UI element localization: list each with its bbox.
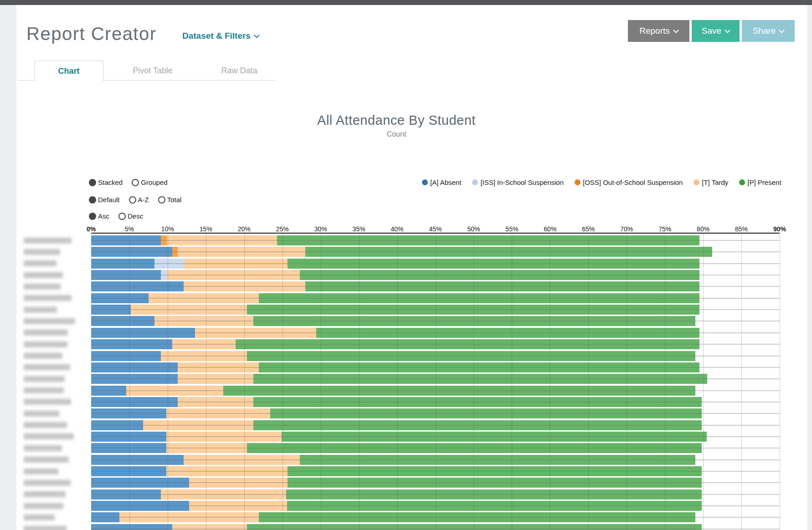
legend-label: [T] Tardy [702,178,728,186]
content-card [16,5,807,530]
page-title: Report Creator [26,24,157,44]
radio-unselected-icon[interactable] [132,179,139,186]
legend-item: [ISS] In-School Suspension [472,178,564,186]
radio-selected-icon[interactable] [89,196,96,204]
browser-top-strip [0,0,812,5]
radio-option-stacked[interactable]: Stacked [89,178,123,186]
radio-option-asc[interactable]: Asc [89,212,109,220]
radio-option-label: Asc [98,212,109,220]
radio-option-label: A-Z [138,196,149,204]
dataset-filters-dropdown[interactable]: Dataset & Filters [182,31,259,41]
share-button-label: Share [753,26,776,36]
legend-item: [OSS] Out-of-School Suspension [575,178,683,186]
legend-label: [P] Present [747,178,781,186]
tab-raw-data[interactable]: Raw Data [207,61,271,81]
chevron-down-icon [725,27,730,33]
radio-option-total[interactable]: Total [158,196,182,204]
radio-selected-icon[interactable] [89,179,96,186]
radio-option-label: Default [98,196,120,204]
save-button-label: Save [702,26,721,36]
radio-unselected-icon[interactable] [158,196,165,204]
radio-group-layout: StackedGrouped [89,178,174,186]
chevron-down-icon [673,27,679,33]
legend-label: [A] Absent [430,178,461,186]
save-button[interactable]: Save [692,20,740,42]
reports-button-label: Reports [639,26,670,36]
dataset-filters-label: Dataset & Filters [182,31,251,41]
legend-label: [OSS] Out-of-School Suspension [583,178,683,186]
radio-option-label: Grouped [141,178,167,186]
legend-dot-icon [575,179,581,185]
radio-option-label: Desc [128,212,143,220]
radio-option-label: Stacked [98,178,123,186]
radio-group-sort-mode: DefaultA-ZTotal [89,196,188,204]
legend-item: [P] Present [739,178,781,186]
radio-option-a-z[interactable]: A-Z [129,196,149,204]
radio-option-label: Total [167,196,182,204]
chevron-down-icon [779,27,785,33]
tab-pivot-table[interactable]: Pivot Table [116,61,189,81]
share-button[interactable]: Share [742,20,795,42]
chart-title: All Attendance By Student [0,113,793,128]
legend-dot-icon [422,179,428,185]
radio-unselected-icon[interactable] [118,213,126,220]
radio-group-sort-direction: AscDesc [89,212,149,220]
legend-dot-icon [472,179,478,185]
chart-legend: [A] Absent[ISS] In-School Suspension[OSS… [422,178,781,186]
legend-dot-icon [694,179,699,185]
legend-item: [T] Tardy [694,178,728,186]
legend-dot-icon [739,179,745,185]
radio-option-desc[interactable]: Desc [118,212,143,220]
chevron-down-icon [254,32,260,38]
chart-subtitle: Count [0,130,793,138]
legend-item: [A] Absent [422,178,461,186]
legend-label: [ISS] In-School Suspension [480,178,564,186]
report-creator-page: Report Creator Dataset & Filters Reports… [0,0,812,530]
radio-selected-icon[interactable] [89,213,96,220]
reports-button[interactable]: Reports [628,20,689,42]
radio-unselected-icon[interactable] [129,196,136,204]
radio-option-default[interactable]: Default [89,196,120,204]
radio-option-grouped[interactable]: Grouped [132,178,167,186]
tab-chart[interactable]: Chart [34,61,103,81]
